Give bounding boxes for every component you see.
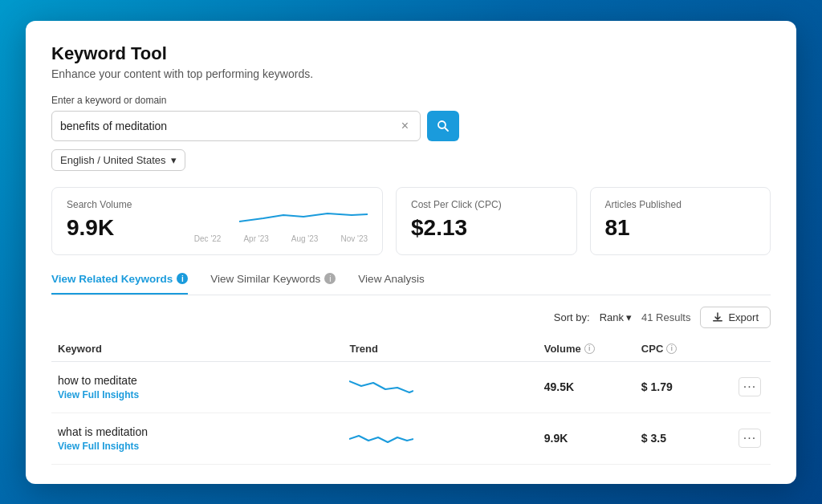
volume-cell-2: 9.9K: [544, 432, 641, 445]
tab-similar-label: View Similar Keywords: [210, 273, 320, 285]
clear-button[interactable]: ×: [398, 119, 412, 133]
export-label: Export: [728, 311, 759, 323]
sparkline-dates: Dec '22 Apr '23 Aug '23 Nov '23: [194, 234, 368, 243]
tab-similar-keywords[interactable]: View Similar Keywords i: [210, 273, 336, 295]
tab-related-label: View Related Keywords: [51, 273, 173, 285]
table-row: what is meditation View Full Insights 9.…: [51, 413, 771, 465]
sort-value: Rank: [600, 311, 624, 323]
keyword-name-1: how to meditate: [58, 374, 137, 387]
view-full-insights-link-2[interactable]: View Full Insights: [58, 441, 349, 452]
table-row: how to meditate View Full Insights 49.5K…: [51, 362, 771, 413]
trend-cell-1: [349, 373, 543, 401]
app-subtitle: Enhance your content with top performing…: [51, 67, 771, 80]
col-header-volume: Volume i: [544, 343, 641, 355]
keyword-cell-2: what is meditation View Full Insights: [51, 425, 349, 452]
chevron-down-icon: ▾: [171, 154, 177, 166]
tab-related-info-icon: i: [177, 273, 188, 284]
tab-related-keywords[interactable]: View Related Keywords i: [51, 273, 188, 295]
cpc-value-1: $ 1.79: [641, 380, 673, 393]
export-button[interactable]: Export: [700, 307, 771, 328]
keyword-cell-1: how to meditate View Full Insights: [51, 374, 349, 400]
trend-cell-2: [349, 425, 543, 453]
search-volume-value: 9.9K: [67, 215, 132, 241]
cpc-value-2: $ 3.5: [641, 432, 666, 445]
articles-card: Articles Published 81: [590, 187, 771, 255]
tab-similar-info-icon: i: [324, 273, 336, 284]
search-input[interactable]: [60, 120, 398, 132]
volume-value-2: 9.9K: [544, 432, 568, 445]
trend-chart-1: [349, 373, 413, 399]
articles-label: Articles Published: [605, 199, 756, 210]
search-row: ×: [51, 111, 771, 141]
articles-value: 81: [605, 215, 756, 241]
trend-chart-2: [349, 425, 413, 450]
sort-label: Sort by:: [554, 311, 590, 323]
cpc-cell-2: $ 3.5: [641, 432, 739, 445]
sparkline-wrap: Dec '22 Apr '23 Aug '23 Nov '23: [194, 199, 368, 243]
volume-value-1: 49.5K: [544, 380, 574, 393]
more-button-2[interactable]: ···: [739, 429, 761, 448]
svg-rect-2: [713, 320, 722, 322]
app-title: Keyword Tool: [51, 43, 771, 64]
table-row-inner: what is meditation View Full Insights 9.…: [51, 425, 771, 453]
cpc-cell-1: $ 1.79: [641, 380, 739, 393]
locale-label: English / United States: [60, 154, 166, 166]
cpc-value: $2.13: [411, 215, 562, 241]
search-input-wrap: ×: [51, 111, 421, 141]
cpc-label: Cost Per Click (CPC): [411, 199, 562, 210]
controls-row: Sort by: Rank ▾ 41 Results Export: [51, 307, 771, 328]
search-volume-card: Search Volume 9.9K Dec '22 Apr '23 Aug '…: [51, 187, 383, 255]
tab-analysis-label: View Analysis: [358, 273, 424, 285]
actions-cell-2: ···: [739, 429, 771, 448]
stats-row: Search Volume 9.9K Dec '22 Apr '23 Aug '…: [51, 187, 771, 255]
actions-cell-1: ···: [739, 377, 771, 396]
svg-point-0: [438, 121, 446, 128]
table-row-inner: how to meditate View Full Insights 49.5K…: [51, 373, 771, 401]
input-label: Enter a keyword or domain: [51, 95, 771, 106]
sort-chevron-icon: ▾: [626, 311, 632, 323]
cpc-info-icon[interactable]: i: [666, 343, 677, 354]
volume-cell-1: 49.5K: [544, 380, 641, 393]
tab-analysis[interactable]: View Analysis: [358, 273, 424, 295]
search-icon: [437, 120, 450, 132]
volume-info-icon[interactable]: i: [584, 343, 595, 354]
search-button[interactable]: [427, 111, 459, 141]
locale-select[interactable]: English / United States ▾: [51, 149, 185, 171]
sparkline-chart: [239, 199, 368, 231]
col-header-keyword: Keyword: [51, 343, 349, 355]
export-icon: [712, 311, 723, 323]
main-card: Keyword Tool Enhance your content with t…: [26, 21, 796, 484]
table-wrap: Keyword Trend Volume i CPC i how to medi…: [51, 336, 771, 465]
table-header: Keyword Trend Volume i CPC i: [51, 336, 771, 362]
keyword-name-2: what is meditation: [58, 425, 148, 438]
col-header-cpc: CPC i: [641, 343, 739, 355]
results-count: 41 Results: [641, 311, 690, 323]
sort-button[interactable]: Rank ▾: [600, 311, 632, 323]
svg-line-1: [446, 128, 449, 131]
more-button-1[interactable]: ···: [739, 377, 761, 396]
search-volume-label: Search Volume: [67, 199, 132, 210]
tabs-row: View Related Keywords i View Similar Key…: [51, 273, 771, 295]
view-full-insights-link-1[interactable]: View Full Insights: [58, 389, 349, 400]
cpc-card: Cost Per Click (CPC) $2.13: [396, 187, 577, 255]
col-header-trend: Trend: [349, 343, 543, 355]
